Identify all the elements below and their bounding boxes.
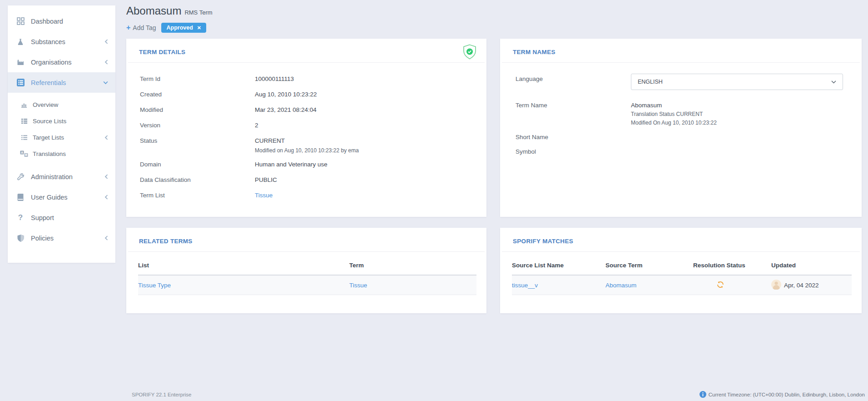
- column-header: Term: [349, 262, 476, 269]
- flask-icon: [15, 38, 26, 45]
- chevron-down-icon: [103, 81, 108, 85]
- status-value: CURRENT: [255, 136, 359, 145]
- short-name-row: Short Name: [516, 134, 843, 140]
- sidebar-item-label: Overview: [33, 101, 58, 108]
- detail-row-version: Version 2: [140, 121, 477, 130]
- target-lists-icon: [20, 134, 29, 141]
- footer: SPORIFY 22.1 Enterprise Current Timezone…: [0, 388, 868, 401]
- remove-tag-icon[interactable]: ✕: [197, 25, 201, 31]
- sidebar-item-referentials[interactable]: Referentials: [8, 72, 115, 93]
- symbol-row: Symbol: [516, 148, 843, 155]
- app-version: SPORIFY 22.1 Enterprise: [132, 392, 191, 397]
- related-list-link[interactable]: Tissue Type: [138, 282, 171, 289]
- detail-row-domain: Domain Human and Veterinary use: [140, 160, 477, 169]
- detail-row-term-id: Term Id 100000111113: [140, 75, 477, 83]
- source-list-link[interactable]: tissue__v: [512, 282, 538, 289]
- svg-text:✱: ✱: [25, 153, 27, 156]
- term-names-body: Language ENGLISH Term Name Abomasum Tran…: [500, 63, 862, 155]
- sidebar-item-user-guides[interactable]: User Guides: [8, 187, 115, 207]
- chevron-left-icon: [104, 39, 108, 44]
- column-header: Updated: [771, 262, 852, 269]
- avatar: [771, 280, 781, 291]
- page-header: AbomasumRMS Term: [126, 5, 213, 17]
- sidebar-item-organisations[interactable]: Organisations: [8, 52, 115, 72]
- column-header: Resolution Status: [693, 262, 771, 269]
- updated-date: Apr, 04 2022: [784, 282, 819, 289]
- related-term-link[interactable]: Tissue: [349, 282, 367, 289]
- sidebar-item-substances[interactable]: Substances: [8, 31, 115, 52]
- related-terms-card: RELATED TERMS List Term Tissue Type Tiss…: [126, 228, 486, 313]
- related-terms-table: List Term Tissue Type Tissue: [126, 252, 486, 295]
- tag-label: Approved: [166, 25, 193, 31]
- add-tag-label: Add Tag: [133, 24, 156, 31]
- sidebar-item-translations[interactable]: A ✱ Translations: [8, 145, 115, 162]
- card-title: TERM NAMES: [513, 49, 849, 55]
- table-row: Tissue Type Tissue: [138, 276, 476, 295]
- term-list-link[interactable]: Tissue: [255, 192, 273, 199]
- chevron-left-icon: [104, 174, 108, 179]
- status-subtext: Modified on Aug 10, 2010 10:23:22 by ema: [255, 146, 359, 155]
- term-name-row: Term Name Abomasum Translation Status CU…: [516, 102, 843, 126]
- bar-chart-icon: [20, 101, 29, 108]
- sidebar-item-label: Administration: [31, 173, 73, 180]
- chevron-left-icon: [104, 236, 108, 241]
- sidebar-lower-group: Administration User Guides ? Support: [8, 166, 115, 248]
- sidebar-item-label: Substances: [31, 38, 65, 45]
- sidebar-item-overview[interactable]: Overview: [8, 96, 115, 113]
- timezone-info: Current Timezone: (UTC+00:00) Dublin, Ed…: [699, 391, 865, 399]
- wrench-icon: [15, 173, 26, 180]
- source-term-link[interactable]: Abomasum: [605, 282, 636, 289]
- sidebar-item-label: Referentials: [31, 79, 66, 86]
- timezone-text: Current Timezone: (UTC+00:00) Dublin, Ed…: [709, 392, 865, 397]
- detail-row-created: Created Aug 10, 2010 10:23:22: [140, 90, 477, 99]
- shield-icon: [15, 235, 26, 242]
- card-title: TERM DETAILS: [139, 49, 474, 55]
- term-names-card: TERM NAMES Language ENGLISH Term Name Ab…: [500, 39, 862, 217]
- sidebar-item-label: Translations: [33, 150, 66, 157]
- sidebar-item-label: Support: [31, 214, 54, 221]
- add-tag-button[interactable]: + Add Tag: [126, 24, 156, 32]
- page-title-suffix: RMS Term: [184, 9, 212, 16]
- modified-on: Modified On Aug 10, 2010 10:23:22: [631, 120, 717, 126]
- chevron-down-icon: [831, 79, 836, 85]
- sidebar-item-label: User Guides: [31, 194, 68, 201]
- card-title: RELATED TERMS: [139, 238, 474, 245]
- sync-icon: [717, 283, 724, 290]
- language-select[interactable]: ENGLISH: [631, 74, 843, 90]
- translation-status: Translation Status CURRENT: [631, 111, 717, 117]
- table-header-row: List Term: [138, 262, 476, 276]
- chevron-left-icon: [104, 60, 108, 65]
- detail-row-data-classification: Data Classification PUBLIC: [140, 175, 477, 184]
- sidebar-item-support[interactable]: ? Support: [8, 207, 115, 228]
- info-icon: [699, 391, 709, 399]
- sidebar-item-policies[interactable]: Policies: [8, 228, 115, 248]
- table-row: tissue__v Abomasum: [512, 276, 852, 295]
- sidebar-item-administration[interactable]: Administration: [8, 166, 115, 187]
- chevron-left-icon: [104, 135, 108, 140]
- resolution-status-cell: [693, 281, 771, 290]
- sporify-matches-card: SPORIFY MATCHES Source List Name Source …: [500, 228, 862, 313]
- column-header: Source Term: [605, 262, 693, 269]
- referentials-subnav: Overview Source Lists: [8, 96, 115, 162]
- language-row: Language ENGLISH: [516, 74, 843, 90]
- app-canvas: Dashboard Substances Organisations: [0, 0, 868, 401]
- approved-tag-badge[interactable]: Approved ✕: [161, 23, 206, 33]
- detail-row-status: Status CURRENT Modified on Aug 10, 2010 …: [140, 136, 477, 155]
- detail-row-modified: Modified Mar 23, 2021 08:24:04: [140, 105, 477, 114]
- term-name-value: Abomasum: [631, 102, 717, 109]
- referentials-list-icon: [15, 79, 26, 86]
- chevron-left-icon: [104, 195, 108, 200]
- sidebar-item-source-lists[interactable]: Source Lists: [8, 113, 115, 129]
- language-select-value: ENGLISH: [638, 79, 663, 85]
- term-details-card: TERM DETAILS Term Id 100000111113 Create…: [126, 39, 486, 217]
- dashboard-icon: [15, 17, 26, 25]
- detail-row-term-list: Term List Tissue: [140, 191, 477, 200]
- sporify-matches-table: Source List Name Source Term Resolution …: [500, 252, 862, 295]
- sidebar-item-label: Dashboard: [31, 18, 63, 25]
- sidebar-item-target-lists[interactable]: Target Lists: [8, 129, 115, 145]
- question-mark-icon: ?: [15, 213, 26, 222]
- sidebar-item-label: Organisations: [31, 59, 71, 66]
- sidebar-item-dashboard[interactable]: Dashboard: [8, 11, 115, 31]
- plus-icon: +: [126, 24, 130, 32]
- sidebar: Dashboard Substances Organisations: [8, 5, 115, 263]
